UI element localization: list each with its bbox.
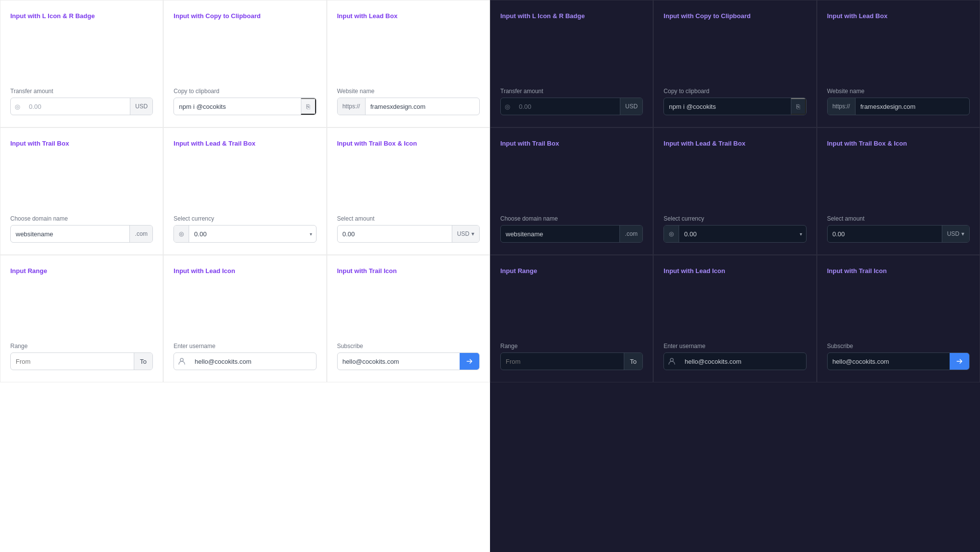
card-title: Input with Trail Box & Icon — [827, 140, 970, 148]
card-title: Input with Lead Box — [337, 12, 480, 21]
card-copy-clipboard-light: Input with Copy to Clipboard Copy to cli… — [163, 0, 326, 127]
card-title: Input with Lead & Trail Box — [663, 140, 806, 148]
field-group: Select currency ◎ ▾ — [173, 215, 316, 243]
card-input-l-icon-r-badge-dark: Input with L Icon & R Badge Transfer amo… — [490, 0, 653, 127]
svg-point-0 — [180, 358, 183, 361]
input-wrapper: USD ▾ — [337, 225, 480, 243]
usd-badge: USD — [130, 98, 152, 115]
website-input-dark[interactable] — [856, 98, 969, 115]
user-icon — [174, 357, 190, 365]
clipboard-input[interactable] — [174, 98, 300, 115]
light-row1: Input with L Icon & R Badge Transfer amo… — [0, 0, 490, 127]
subscribe-email-input-dark[interactable] — [828, 353, 950, 370]
usd-trail-dark: USD ▾ — [942, 226, 969, 242]
dollar-icon: ◎ — [501, 103, 514, 110]
usd-badge-dark: USD — [620, 98, 642, 115]
dark-row1: Input with L Icon & R Badge Transfer amo… — [490, 0, 980, 127]
card-trail-icon-dark: Input with Trail Icon Subscribe — [817, 255, 980, 382]
field-group: Copy to clipboard ⎘ — [173, 88, 316, 115]
subscribe-button[interactable] — [460, 353, 479, 370]
card-title: Input with L Icon & R Badge — [10, 12, 153, 21]
card-title: Input with Copy to Clipboard — [173, 12, 316, 21]
field-label: Subscribe — [337, 343, 480, 350]
com-trail-dark: .com — [619, 226, 642, 242]
card-title: Input with Lead Box — [827, 12, 970, 21]
input-wrapper: .com — [500, 225, 643, 243]
light-row3: Input Range Range To Input with Lead Ico… — [0, 255, 490, 382]
input-wrapper: https:// — [337, 98, 480, 115]
range-to-label: To — [134, 353, 153, 370]
field-label: Select currency — [663, 215, 806, 222]
field-group: Select amount USD ▾ — [827, 215, 970, 243]
main-grid: Input with L Icon & R Badge Transfer amo… — [0, 0, 980, 552]
card-trail-box-light: Input with Trail Box Choose domain name … — [0, 127, 163, 255]
input-wrapper: ⎘ — [663, 98, 806, 115]
field-label: Select amount — [827, 215, 970, 222]
subscribe-email-input[interactable] — [338, 353, 460, 370]
copy-button[interactable]: ⎘ — [301, 98, 316, 115]
subscribe-button-dark[interactable] — [950, 353, 969, 370]
dropdown-arrow-icon: ▾ — [306, 231, 316, 237]
card-title: Input with Trail Box — [500, 140, 643, 148]
currency-input[interactable] — [189, 226, 305, 242]
domain-input-dark[interactable] — [501, 226, 619, 242]
dark-half: Input with L Icon & R Badge Transfer amo… — [490, 0, 980, 552]
input-wrapper: ⎘ — [173, 98, 316, 115]
amount-input-dark[interactable] — [828, 226, 942, 242]
field-label: Select currency — [173, 215, 316, 222]
input-wrapper: USD ▾ — [827, 225, 970, 243]
field-group: Range To — [10, 343, 153, 370]
field-label: Select amount — [337, 215, 480, 222]
card-title: Input with Trail Box — [10, 140, 153, 148]
field-group: Enter username — [173, 343, 316, 370]
input-wrapper — [337, 352, 480, 370]
field-label: Transfer amount — [10, 88, 153, 95]
clipboard-input-dark[interactable] — [664, 98, 790, 115]
field-group: Enter username — [663, 343, 806, 370]
transfer-amount-input[interactable] — [24, 98, 130, 115]
dollar-icon: ◎ — [11, 103, 24, 110]
card-trail-icon-light: Input with Trail Icon Subscribe — [327, 255, 490, 382]
copy-button-dark[interactable]: ⎘ — [791, 98, 806, 115]
amount-input[interactable] — [338, 226, 452, 242]
range-to-label-dark: To — [624, 353, 643, 370]
dollar-lead: ◎ — [174, 226, 189, 242]
website-input[interactable] — [366, 98, 479, 115]
field-label: Website name — [827, 88, 970, 95]
range-wrapper: To — [10, 352, 153, 370]
chevron-down-icon-dark: ▾ — [961, 230, 964, 237]
card-lead-trail-box-dark: Input with Lead & Trail Box Select curre… — [653, 127, 816, 255]
card-trail-box-icon-dark: Input with Trail Box & Icon Select amoun… — [817, 127, 980, 255]
card-title: Input with Lead Icon — [173, 267, 316, 276]
card-title: Input Range — [500, 267, 643, 276]
card-title: Input with Trail Icon — [827, 267, 970, 276]
dark-row3: Input Range Range To Input with Lead Ico… — [490, 255, 980, 382]
dollar-lead-dark: ◎ — [664, 226, 679, 242]
card-range-light: Input Range Range To — [0, 255, 163, 382]
range-from-input[interactable] — [11, 353, 134, 370]
range-from-input-dark[interactable] — [501, 353, 624, 370]
username-input-dark[interactable] — [680, 353, 806, 370]
dropdown-arrow-icon-dark: ▾ — [796, 231, 806, 237]
input-wrapper: https:// — [827, 98, 970, 115]
svg-point-1 — [670, 358, 673, 361]
card-title: Input with Copy to Clipboard — [663, 12, 806, 21]
input-wrapper: ◎ USD — [500, 98, 643, 115]
field-group: Select amount USD ▾ — [337, 215, 480, 243]
field-label: Transfer amount — [500, 88, 643, 95]
transfer-amount-input-dark[interactable] — [514, 98, 620, 115]
card-title: Input with Lead Icon — [663, 267, 806, 276]
card-title: Input with Trail Icon — [337, 267, 480, 276]
currency-input-dark[interactable] — [679, 226, 795, 242]
domain-input[interactable] — [11, 226, 129, 242]
card-title: Input with Lead & Trail Box — [173, 140, 316, 148]
username-input[interactable] — [190, 353, 316, 370]
field-label: Copy to clipboard — [663, 88, 806, 95]
field-label: Choose domain name — [10, 215, 153, 222]
card-trail-box-icon-light: Input with Trail Box & Icon Select amoun… — [327, 127, 490, 255]
field-group: Website name https:// — [827, 88, 970, 115]
field-group: Choose domain name .com — [10, 215, 153, 243]
https-lead-dark: https:// — [828, 98, 856, 115]
range-wrapper-dark: To — [500, 352, 643, 370]
field-label: Enter username — [663, 343, 806, 350]
